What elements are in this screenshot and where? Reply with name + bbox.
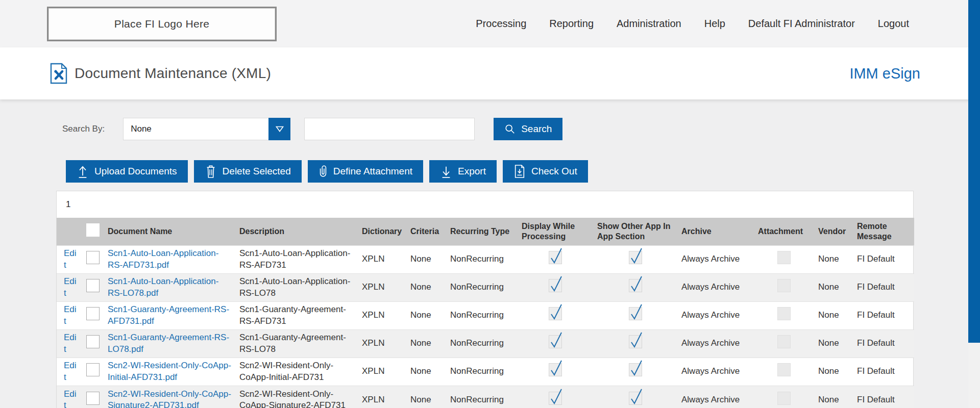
table-header-row: Document Name Description Dictionary Cri… <box>57 218 914 245</box>
criteria-cell: None <box>406 273 446 301</box>
show-other-app-checkbox[interactable] <box>629 363 642 376</box>
show-other-app-checkbox[interactable] <box>629 335 642 348</box>
document-name-link[interactable]: Scn2-WI-Resident-Only-CoApp-Initial-AFD7… <box>108 361 231 381</box>
vendor-cell: None <box>814 386 853 408</box>
nav-item-current-user[interactable]: Default FI Administrator <box>748 18 855 30</box>
display-while-processing-checkbox[interactable] <box>549 307 562 320</box>
row-checkbox[interactable] <box>86 279 100 292</box>
documents-table: Document Name Description Dictionary Cri… <box>57 218 914 408</box>
display-while-processing-checkbox[interactable] <box>549 279 562 292</box>
chevron-down-icon <box>275 125 284 133</box>
recurring-type-cell: NonRecurring <box>446 301 518 329</box>
recurring-type-cell: NonRecurring <box>446 386 518 408</box>
dropdown-arrow-button[interactable] <box>268 118 290 140</box>
row-checkbox[interactable] <box>86 307 100 320</box>
select-all-checkbox[interactable] <box>86 223 100 237</box>
header-edit-spacer <box>57 218 82 245</box>
fi-logo-text: Place FI Logo Here <box>114 18 209 30</box>
checkmark-icon <box>628 273 644 292</box>
col-attachment: Attachment <box>754 218 814 245</box>
row-checkbox[interactable] <box>86 251 100 264</box>
checkmark-icon <box>548 245 564 264</box>
document-name-link[interactable]: Scn1-Auto-Loan-Application-RS-AFD731.pdf <box>108 248 218 269</box>
description-cell: Scn2-WI-Resident-Only-CoApp-Signature2-A… <box>235 386 358 408</box>
dictionary-cell: XPLN <box>358 273 406 301</box>
row-checkbox[interactable] <box>86 363 100 376</box>
scrollbar-thumb[interactable] <box>968 0 980 343</box>
archive-cell: Always Archive <box>677 245 754 273</box>
archive-cell: Always Archive <box>677 358 754 386</box>
dictionary-cell: XPLN <box>358 301 406 329</box>
attachment-checkbox <box>777 335 791 348</box>
document-name-link[interactable]: Scn1-Auto-Loan-Application-RS-LO78.pdf <box>108 276 218 297</box>
check-out-button[interactable]: Check Out <box>503 160 588 183</box>
col-remote-message: Remote Message <box>853 218 914 245</box>
upload-documents-label: Upload Documents <box>94 166 177 177</box>
col-vendor: Vendor <box>814 218 853 245</box>
remote-message-cell: FI Default <box>853 329 914 358</box>
archive-cell: Always Archive <box>677 329 754 358</box>
remote-message-cell: FI Default <box>853 273 914 301</box>
title-band: Document Maintenance (XML) IMM eSign <box>0 47 980 99</box>
show-other-app-checkbox[interactable] <box>629 307 642 320</box>
attachment-checkbox <box>777 279 791 292</box>
search-icon <box>504 123 516 135</box>
row-checkbox[interactable] <box>86 335 100 348</box>
nav-item-administration[interactable]: Administration <box>617 18 681 30</box>
display-while-processing-checkbox[interactable] <box>549 363 562 376</box>
define-attachment-button[interactable]: Define Attachment <box>308 160 423 183</box>
col-criteria: Criteria <box>406 218 446 245</box>
search-input[interactable] <box>304 118 475 140</box>
vendor-cell: None <box>814 301 853 329</box>
checkmark-icon <box>548 357 564 376</box>
nav-item-processing[interactable]: Processing <box>476 18 526 30</box>
remote-message-cell: FI Default <box>853 358 914 386</box>
criteria-cell: None <box>406 245 446 273</box>
nav-item-logout[interactable]: Logout <box>878 18 909 30</box>
row-checkbox[interactable] <box>86 392 100 405</box>
description-cell: Scn1-Auto-Loan-Application-RS-AFD731 <box>235 245 358 273</box>
attachment-checkbox <box>777 251 791 264</box>
show-other-app-checkbox[interactable] <box>629 392 642 405</box>
document-name-link[interactable]: Scn2-WI-Resident-Only-CoApp-Signature2-A… <box>108 389 231 408</box>
delete-selected-button[interactable]: Delete Selected <box>194 160 302 183</box>
dictionary-cell: XPLN <box>358 386 406 408</box>
nav-item-help[interactable]: Help <box>704 18 725 30</box>
documents-table-container: 1 Document Name Description Dictionary C… <box>56 191 914 408</box>
document-name-link[interactable]: Scn1-Guaranty-Agreement-RS-LO78.pdf <box>108 333 229 353</box>
edit-link[interactable]: Edit <box>64 248 77 269</box>
remote-message-cell: FI Default <box>853 386 914 408</box>
check-out-label: Check Out <box>531 166 577 177</box>
document-name-link[interactable]: Scn1-Guaranty-Agreement-RS-AFD731.pdf <box>108 304 229 325</box>
nav-item-reporting[interactable]: Reporting <box>549 18 594 30</box>
edit-link[interactable]: Edit <box>64 333 77 353</box>
recurring-type-cell: NonRecurring <box>446 329 518 358</box>
export-button[interactable]: Export <box>429 160 497 183</box>
archive-cell: Always Archive <box>677 273 754 301</box>
checkmark-icon <box>548 386 564 405</box>
edit-link[interactable]: Edit <box>64 361 77 381</box>
description-cell: Scn1-Guaranty-Agreement-RS-AFD731 <box>235 301 358 329</box>
search-button[interactable]: Search <box>494 118 562 140</box>
checkmark-icon <box>628 386 644 405</box>
edit-link[interactable]: Edit <box>64 276 77 297</box>
col-show-other-app: Show Other App In App Section <box>593 218 677 245</box>
search-by-dropdown[interactable]: None <box>123 118 290 140</box>
export-label: Export <box>458 166 486 177</box>
page-number[interactable]: 1 <box>66 199 70 210</box>
criteria-cell: None <box>406 386 446 408</box>
display-while-processing-checkbox[interactable] <box>549 335 562 348</box>
paperclip-icon <box>318 164 328 178</box>
display-while-processing-checkbox[interactable] <box>549 392 562 405</box>
upload-documents-button[interactable]: Upload Documents <box>66 160 188 183</box>
checkmark-icon <box>548 301 564 320</box>
edit-link[interactable]: Edit <box>64 304 77 325</box>
vertical-scrollbar[interactable] <box>968 0 980 408</box>
show-other-app-checkbox[interactable] <box>629 251 642 264</box>
edit-link[interactable]: Edit <box>64 389 77 408</box>
show-other-app-checkbox[interactable] <box>629 279 642 292</box>
display-while-processing-checkbox[interactable] <box>549 251 562 264</box>
recurring-type-cell: NonRecurring <box>446 358 518 386</box>
pagination-bar: 1 <box>57 191 913 218</box>
define-attachment-label: Define Attachment <box>333 166 412 177</box>
